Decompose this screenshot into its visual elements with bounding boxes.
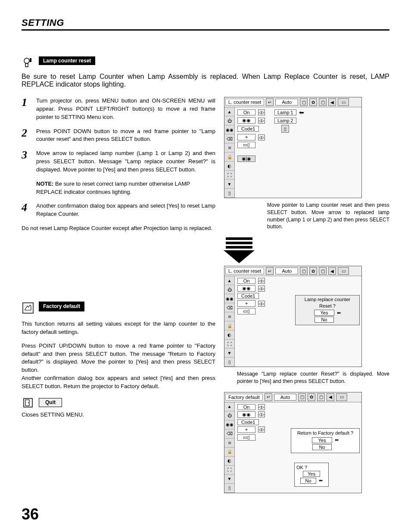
gear-icon[interactable]: ✿ <box>308 393 315 401</box>
osd2-yes-button[interactable]: Yes <box>314 310 335 316</box>
osd3-lamps-val[interactable]: ◉◉ <box>237 411 255 418</box>
power-icon[interactable]: ⏻ <box>224 116 234 125</box>
arrow-up-icon[interactable]: ▲ <box>224 107 234 116</box>
square-icon[interactable]: ▢ <box>298 393 306 401</box>
gear-icon[interactable]: ✿ <box>309 267 317 275</box>
osd3-ok-yes-button[interactable]: Yes <box>303 471 320 477</box>
osd1-lamp-counter-val[interactable]: ◉|◉ <box>237 156 255 162</box>
osd3-auto[interactable]: Auto <box>274 394 297 401</box>
spinner-icon[interactable]: ◁▷ <box>258 118 265 124</box>
svg-rect-2 <box>30 58 31 62</box>
eraser-icon[interactable]: ⌫ <box>224 429 234 439</box>
projector-icon[interactable]: ▭ <box>336 393 347 401</box>
spinner-icon[interactable]: ◁▷ <box>258 426 265 432</box>
factory-body-1: This function returns all setting values… <box>22 320 215 336</box>
osd2-pad-val[interactable]: ▭▯ <box>237 308 255 314</box>
osd3-on[interactable]: On <box>237 404 255 410</box>
osd1-lamp2[interactable]: Lamp 2 <box>274 118 296 124</box>
eraser-icon[interactable]: ⌫ <box>224 303 234 312</box>
lamps-icon[interactable]: ◉◉ <box>224 294 234 303</box>
spinner-icon[interactable]: ◁▷ <box>258 134 265 140</box>
osd3-ok-no-button[interactable]: No <box>300 478 316 484</box>
screen-icon[interactable]: ▢ <box>319 98 327 106</box>
lock-icon[interactable]: 🔒 <box>224 321 234 330</box>
gear-icon[interactable]: ✿ <box>309 98 317 106</box>
square-icon[interactable]: ▢ <box>300 267 308 275</box>
lamp-reset-icon[interactable]: ◐ <box>224 330 234 339</box>
osd2-sidebar: ▲ ⏻ ◉◉ ⌫ ⧈ 🔒 ◐ ⛶ ▼ ▯ <box>224 276 235 367</box>
step-2-body: Press POINT DOWN button to move a red fr… <box>36 128 215 144</box>
osd3-yes-button[interactable]: Yes <box>312 437 333 443</box>
osd2-lamps-val[interactable]: ◉◉ <box>237 285 255 292</box>
factory-icon[interactable]: ⛶ <box>224 171 234 180</box>
osd3-code[interactable]: Code1 <box>237 419 259 425</box>
keystone-icon[interactable]: ⧈ <box>224 312 234 321</box>
spinner-icon[interactable]: ◁▷ <box>258 109 265 115</box>
osd2-on[interactable]: On <box>237 278 255 284</box>
osd1-mouse-val[interactable]: ⌖ <box>237 134 255 140</box>
step-1-body: Turn projector on, press MENU button and… <box>36 97 215 121</box>
eraser-icon[interactable]: ⌫ <box>224 134 234 143</box>
speaker-icon[interactable]: ◀ <box>328 267 336 275</box>
spinner-icon[interactable]: ◁▷ <box>258 301 265 307</box>
arrow-up-icon[interactable]: ▲ <box>224 402 234 411</box>
lamp-reset-icon[interactable]: ◐ <box>224 162 234 171</box>
pointer-arrow-icon: ⬅ <box>335 437 339 443</box>
return-icon[interactable]: ↵ <box>266 267 274 275</box>
screen-icon[interactable]: ▢ <box>319 267 327 275</box>
arrow-down-icon[interactable]: ▼ <box>224 475 234 484</box>
keystone-icon[interactable]: ⧈ <box>224 143 234 152</box>
step-3-body: Move arrow to replaced lamp number (Lamp… <box>36 149 215 174</box>
factory-icon[interactable]: ⛶ <box>224 466 234 475</box>
power-icon[interactable]: ⏻ <box>224 411 234 420</box>
spinner-icon[interactable]: ◁▷ <box>258 278 265 284</box>
arrow-down-icon[interactable]: ▼ <box>224 348 234 358</box>
step-3-note: NOTE: Be sure to reset correct lamp numb… <box>36 180 215 196</box>
return-icon[interactable]: ↵ <box>266 98 274 106</box>
lamp-counter-title: Lamp counter reset <box>39 56 95 65</box>
lock-icon[interactable]: 🔒 <box>224 152 234 162</box>
door-icon[interactable]: ▯ <box>224 484 234 493</box>
arrow-up-icon[interactable]: ▲ <box>224 276 234 285</box>
door-icon[interactable]: ▯ <box>224 189 234 198</box>
arrow-down-icon[interactable]: ▼ <box>224 180 234 189</box>
projector-icon[interactable]: ▭ <box>338 98 349 106</box>
door-small-icon[interactable]: ▯ <box>281 125 289 133</box>
osd2-auto[interactable]: Auto <box>275 268 298 274</box>
osd1-lamps-val[interactable]: ◉◉ <box>237 117 255 124</box>
osd2-mouse-val[interactable]: ⌖ <box>237 300 255 307</box>
spinner-icon[interactable]: ◁▷ <box>258 286 265 292</box>
factory-default-icon <box>22 302 34 314</box>
door-icon[interactable]: ▯ <box>224 358 234 367</box>
speaker-icon[interactable]: ◀ <box>327 393 334 401</box>
osd2-code[interactable]: Code1 <box>237 293 259 299</box>
osd3-no-button[interactable]: No <box>312 444 331 450</box>
spinner-icon[interactable]: ◁▷ <box>258 404 265 410</box>
projector-icon[interactable]: ▭ <box>338 267 349 275</box>
osd1-lamp1[interactable]: Lamp 1 <box>274 109 296 115</box>
factory-icon[interactable]: ⛶ <box>224 339 234 348</box>
osd2-no-button[interactable]: No <box>314 317 333 323</box>
keystone-icon[interactable]: ⧈ <box>224 439 234 448</box>
screen-icon[interactable]: ▢ <box>317 393 325 401</box>
osd1-auto[interactable]: Auto <box>275 99 298 106</box>
note-body: Be sure to reset correct lamp number oth… <box>36 180 190 195</box>
lamps-icon[interactable]: ◉◉ <box>224 420 234 429</box>
osd3-pad-val[interactable]: ▭▯ <box>237 434 255 441</box>
osd3-mouse-val[interactable]: ⌖ <box>237 426 255 433</box>
lamp-reset-icon[interactable]: ◐ <box>224 457 234 466</box>
square-icon[interactable]: ▢ <box>300 98 308 106</box>
step-1-number: 1 <box>22 97 31 121</box>
spinner-icon[interactable]: ◁▷ <box>258 411 265 417</box>
osd1-code[interactable]: Code1 <box>237 126 259 132</box>
svg-point-0 <box>24 58 29 63</box>
page-number: 36 <box>22 505 389 523</box>
power-icon[interactable]: ⏻ <box>224 285 234 294</box>
return-icon[interactable]: ↵ <box>265 393 272 401</box>
lock-icon[interactable]: 🔒 <box>224 448 234 457</box>
lamps-icon[interactable]: ◉◉ <box>224 125 234 134</box>
osd1-on[interactable]: On <box>237 109 255 115</box>
speaker-icon[interactable]: ◀ <box>328 98 336 106</box>
osd1-pad-val[interactable]: ▭▯ <box>237 142 255 148</box>
page-header: SETTING <box>22 17 389 31</box>
